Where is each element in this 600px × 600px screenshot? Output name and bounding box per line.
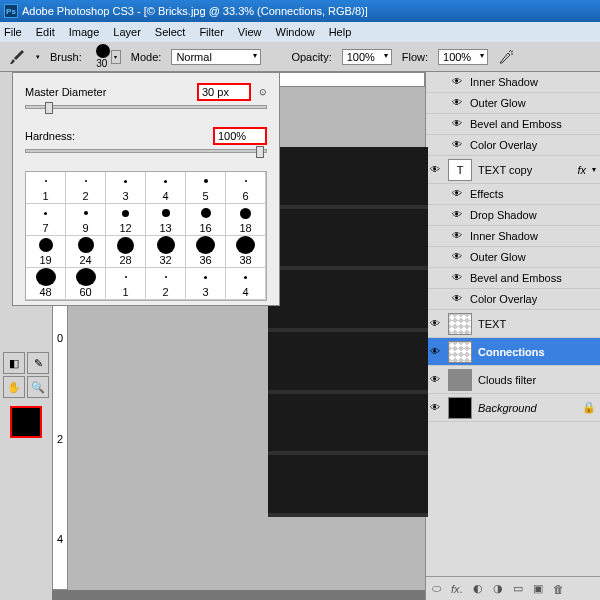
airbrush-icon[interactable] <box>498 49 514 65</box>
master-diameter-input[interactable]: 30 px <box>197 83 251 101</box>
brush-preset[interactable]: 32 <box>146 236 186 268</box>
brush-preset[interactable]: 4 <box>226 268 266 300</box>
brush-preset[interactable]: 38 <box>226 236 266 268</box>
menubar: File Edit Image Layer Select Filter View… <box>0 22 600 42</box>
brush-preset[interactable]: 3 <box>186 268 226 300</box>
options-bar: ▾ Brush: 30 ▾ Mode: Normal Opacity: 100%… <box>0 42 600 72</box>
brush-preset[interactable]: 4 <box>146 172 186 204</box>
brush-preset-grid: 123456791213161819242832363848601234 <box>25 171 267 301</box>
new-layer-icon[interactable]: ▣ <box>533 582 543 595</box>
menu-edit[interactable]: Edit <box>36 26 55 38</box>
layers-panel: 👁Inner Shadow 👁Outer Glow 👁Bevel and Emb… <box>425 72 600 600</box>
app-icon: Ps <box>4 4 18 18</box>
effect-outer-glow-2[interactable]: 👁Outer Glow <box>426 247 600 268</box>
master-diameter-label: Master Diameter <box>25 86 106 98</box>
brush-preset[interactable]: 9 <box>66 204 106 236</box>
mask-icon[interactable]: ◐ <box>473 582 483 595</box>
adjust-icon[interactable]: ◑ <box>493 582 503 595</box>
foreground-color[interactable] <box>10 406 42 438</box>
effect-drop-shadow[interactable]: 👁Drop Shadow <box>426 205 600 226</box>
eraser-tool[interactable]: ◧ <box>3 352 25 374</box>
hardness-input[interactable]: 100% <box>213 127 267 145</box>
menu-filter[interactable]: Filter <box>199 26 223 38</box>
menu-select[interactable]: Select <box>155 26 186 38</box>
effect-color-overlay[interactable]: 👁Color Overlay <box>426 135 600 156</box>
brush-preset[interactable]: 12 <box>106 204 146 236</box>
menu-file[interactable]: File <box>4 26 22 38</box>
menu-image[interactable]: Image <box>69 26 100 38</box>
layers-footer: ⬭ fx. ◐ ◑ ▭ ▣ 🗑 <box>426 576 600 600</box>
effects-label[interactable]: 👁Effects <box>426 184 600 205</box>
menu-view[interactable]: View <box>238 26 262 38</box>
folder-icon[interactable]: ▭ <box>513 582 523 595</box>
titlebar: Ps Adobe Photoshop CS3 - [© Bricks.jpg @… <box>0 0 600 22</box>
effect-outer-glow[interactable]: 👁Outer Glow <box>426 93 600 114</box>
link-icon[interactable]: ⬭ <box>432 582 441 595</box>
brush-preset[interactable]: 1 <box>26 172 66 204</box>
layer-clouds[interactable]: 👁Clouds filter <box>426 366 600 394</box>
menu-help[interactable]: Help <box>329 26 352 38</box>
brush-preset[interactable]: 19 <box>26 236 66 268</box>
layer-background[interactable]: 👁Background🔒 <box>426 394 600 422</box>
hardness-slider[interactable] <box>25 149 267 153</box>
play-icon[interactable]: ⊙ <box>259 87 267 97</box>
pencil-tool[interactable]: ✎ <box>27 352 49 374</box>
brush-preset[interactable]: 48 <box>26 268 66 300</box>
document-image <box>268 147 428 517</box>
fx-icon[interactable]: fx. <box>451 583 463 595</box>
zoom-tool[interactable]: 🔍 <box>27 376 49 398</box>
brush-label: Brush: <box>50 51 82 63</box>
mode-label: Mode: <box>131 51 162 63</box>
brush-preset[interactable]: 2 <box>66 172 106 204</box>
canvas-area: 68024 Master Diameter 30 px ⊙ Hardness: … <box>52 72 425 600</box>
layer-text-copy[interactable]: 👁TTEXT copyfx▾ <box>426 156 600 184</box>
brush-preset[interactable]: 3 <box>106 172 146 204</box>
menu-window[interactable]: Window <box>276 26 315 38</box>
brush-preset[interactable]: 5 <box>186 172 226 204</box>
brush-preset[interactable]: 13 <box>146 204 186 236</box>
brush-preset[interactable]: 28 <box>106 236 146 268</box>
mode-select[interactable]: Normal <box>171 49 261 65</box>
brush-preview[interactable]: 30 ▾ <box>92 44 121 69</box>
brush-preset-panel: Master Diameter 30 px ⊙ Hardness: 100% 1… <box>12 72 280 306</box>
flow-input[interactable]: 100% <box>438 49 488 65</box>
hand-tool[interactable]: ✋ <box>3 376 25 398</box>
opacity-label: Opacity: <box>291 51 331 63</box>
brush-preset[interactable]: 6 <box>226 172 266 204</box>
effect-inner-shadow[interactable]: 👁Inner Shadow <box>426 72 600 93</box>
brush-preset[interactable]: 18 <box>226 204 266 236</box>
brush-preset[interactable]: 24 <box>66 236 106 268</box>
brush-preset[interactable]: 2 <box>146 268 186 300</box>
brush-preset[interactable]: 60 <box>66 268 106 300</box>
effect-inner-shadow-2[interactable]: 👁Inner Shadow <box>426 226 600 247</box>
window-title: Adobe Photoshop CS3 - [© Bricks.jpg @ 33… <box>22 5 368 17</box>
brush-preset[interactable]: 36 <box>186 236 226 268</box>
effect-bevel-2[interactable]: 👁Bevel and Emboss <box>426 268 600 289</box>
lock-icon: 🔒 <box>582 401 596 414</box>
trash-icon[interactable]: 🗑 <box>553 583 564 595</box>
brush-preset[interactable]: 16 <box>186 204 226 236</box>
menu-layer[interactable]: Layer <box>113 26 141 38</box>
brush-preset[interactable]: 7 <box>26 204 66 236</box>
layer-connections[interactable]: 👁Connections <box>426 338 600 366</box>
layer-text[interactable]: 👁TEXT <box>426 310 600 338</box>
effect-bevel[interactable]: 👁Bevel and Emboss <box>426 114 600 135</box>
brush-preset[interactable]: 1 <box>106 268 146 300</box>
effect-color-overlay-2[interactable]: 👁Color Overlay <box>426 289 600 310</box>
flow-label: Flow: <box>402 51 428 63</box>
opacity-input[interactable]: 100% <box>342 49 392 65</box>
hardness-label: Hardness: <box>25 130 75 142</box>
diameter-slider[interactable] <box>25 105 267 109</box>
brush-tool-icon[interactable] <box>8 48 26 66</box>
